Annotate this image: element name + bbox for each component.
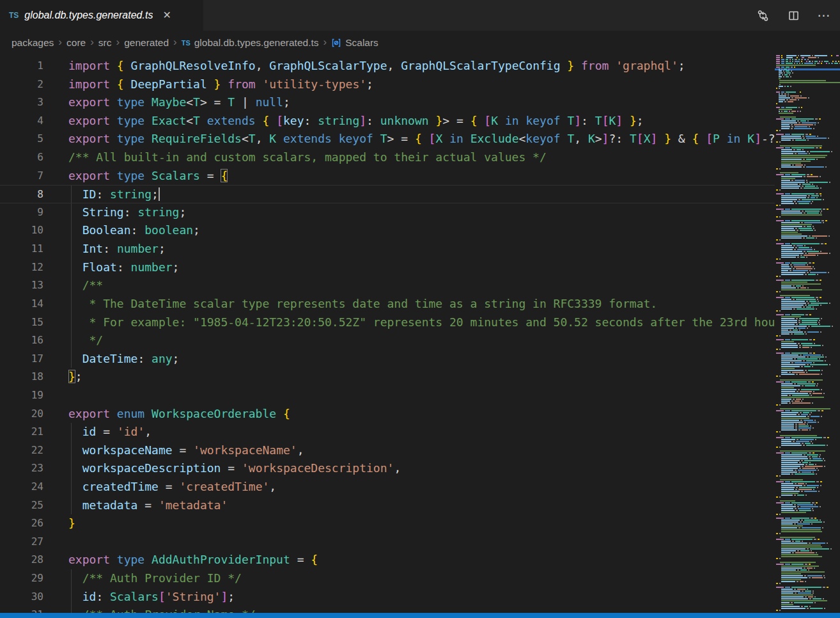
minimap-line [775, 164, 840, 166]
code-line[interactable]: 28export type AddAuthProviderInput = { [0, 551, 775, 569]
line-number[interactable]: 25 [0, 496, 43, 515]
line-number[interactable]: 20 [0, 405, 43, 424]
more-actions-icon[interactable]: ⋯ [817, 8, 831, 22]
line-number[interactable]: 30 [0, 588, 43, 606]
minimap-line [775, 366, 840, 367]
line-number[interactable]: 28 [0, 551, 43, 569]
open-changes-icon[interactable] [756, 8, 770, 22]
line-number[interactable]: 4 [0, 112, 43, 131]
code-line[interactable]: 16 */ [0, 331, 775, 350]
line-number[interactable]: 27 [0, 533, 43, 551]
code-line[interactable]: 30 id: Scalars['String']; [0, 588, 775, 606]
minimap-line [775, 328, 840, 329]
code-line[interactable]: 23 workspaceDescription = 'workspaceDesc… [0, 459, 775, 478]
minimap[interactable] [775, 55, 840, 613]
line-number[interactable]: 7 [0, 167, 43, 186]
breadcrumb-item-scalars[interactable]: Scalars [331, 37, 378, 49]
close-icon[interactable]: ✕ [162, 10, 171, 20]
code-line[interactable]: 9 String: string; [0, 203, 775, 222]
line-number[interactable]: 23 [0, 459, 43, 478]
breadcrumb-item-core[interactable]: core [66, 37, 86, 49]
line-number[interactable]: 8 [0, 186, 43, 204]
line-number[interactable]: 18 [0, 368, 43, 386]
code-line[interactable]: 1import { GraphQLResolveInfo, GraphQLSca… [0, 57, 775, 75]
line-number[interactable]: 24 [0, 478, 43, 496]
breadcrumb-item-global-db-types-generated-ts[interactable]: TSglobal.db.types.generated.ts [182, 37, 319, 49]
minimap-line [775, 395, 840, 396]
minimap-line [775, 583, 840, 584]
code-line[interactable]: 2import { DeepPartial } from 'utility-ty… [0, 75, 775, 94]
code-line[interactable]: 5export type RequireFields<T, K extends … [0, 130, 775, 148]
code-line[interactable]: 31 /** Auth Provider Name */ [0, 606, 775, 613]
minimap-line [775, 161, 840, 162]
minimap-line [775, 554, 840, 555]
minimap-line [775, 381, 840, 383]
code-line[interactable]: 6/** All built-in and custom scalars, ma… [0, 148, 775, 167]
minimap-line [775, 487, 840, 488]
minimap-line [775, 303, 840, 304]
code-line[interactable]: 22 workspaceName = 'workspaceName', [0, 441, 775, 460]
line-number[interactable]: 22 [0, 441, 43, 460]
code-line[interactable]: 4export type Exact<T extends { [key: str… [0, 112, 775, 131]
line-number[interactable]: 26 [0, 514, 43, 533]
code-line[interactable]: 3export type Maybe<T> = T | null; [0, 93, 775, 112]
breadcrumb-item-generated[interactable]: generated [124, 37, 169, 49]
minimap-line [775, 55, 840, 56]
minimap-line [775, 151, 840, 152]
code-line[interactable]: 15 * For example: "1985-04-12T23:20:50.5… [0, 313, 775, 332]
line-number[interactable]: 14 [0, 295, 43, 313]
code-line[interactable]: 21 id = 'id', [0, 423, 775, 441]
line-number[interactable]: 21 [0, 423, 43, 441]
line-number[interactable]: 16 [0, 331, 43, 350]
line-number[interactable]: 2 [0, 75, 43, 94]
minimap-line [775, 408, 840, 409]
line-number[interactable]: 12 [0, 258, 43, 277]
line-number[interactable]: 19 [0, 386, 43, 405]
minimap-line [775, 209, 840, 210]
line-number[interactable]: 13 [0, 276, 43, 295]
code-line[interactable]: 24 createdTime = 'createdTime', [0, 478, 775, 496]
code-line[interactable]: 27 [0, 533, 775, 551]
line-number[interactable]: 3 [0, 93, 43, 112]
code-area[interactable]: 1import { GraphQLResolveInfo, GraphQLSca… [0, 55, 775, 613]
minimap-line [775, 589, 840, 590]
code-line[interactable]: 7export type Scalars = { [0, 167, 775, 186]
code-line[interactable]: 13 /** [0, 276, 775, 295]
code-line[interactable]: 18}; [0, 368, 775, 386]
tab-bar: TS global.db.types.generated.ts ✕ ⋯ [0, 0, 840, 31]
line-number[interactable]: 15 [0, 313, 43, 332]
minimap-line [775, 95, 840, 97]
breadcrumb-item-src[interactable]: src [98, 37, 112, 49]
line-number[interactable]: 11 [0, 240, 43, 258]
minimap-line [775, 571, 840, 573]
line-number[interactable]: 5 [0, 130, 43, 148]
minimap-line [775, 207, 840, 208]
code-line[interactable]: 29 /** Auth Provider ID */ [0, 569, 775, 588]
code-line[interactable]: 17 DateTime: any; [0, 350, 775, 368]
line-number[interactable]: 1 [0, 57, 43, 75]
code-line[interactable]: 12 Float: number; [0, 258, 775, 277]
line-number[interactable]: 17 [0, 350, 43, 368]
line-number[interactable]: 9 [0, 203, 43, 222]
breadcrumb-item-packages[interactable]: packages [12, 37, 54, 49]
tab-global-db-types[interactable]: TS global.db.types.generated.ts ✕ [0, 0, 203, 31]
line-number[interactable]: 10 [0, 221, 43, 240]
minimap-line [775, 370, 840, 371]
code-line[interactable]: 20export enum WorkspaceOrderable { [0, 405, 775, 424]
code-line[interactable]: 14 * The DateTime scalar type represents… [0, 295, 775, 313]
code-line[interactable]: 25 metadata = 'metadata' [0, 496, 775, 515]
line-number[interactable]: 6 [0, 148, 43, 167]
minimap-line [775, 412, 840, 413]
minimap-line [775, 533, 840, 534]
code-line[interactable]: 8 ID: string; [0, 185, 775, 203]
line-number[interactable]: 29 [0, 569, 43, 588]
minimap-line [775, 420, 840, 421]
code-line[interactable]: 26} [0, 514, 775, 533]
code-line[interactable]: 19 [0, 386, 775, 405]
minimap-line [775, 418, 840, 419]
code-line[interactable]: 11 Int: number; [0, 240, 775, 258]
minimap-line [775, 400, 840, 402]
code-line[interactable]: 10 Boolean: boolean; [0, 221, 775, 240]
split-editor-icon[interactable] [786, 8, 800, 22]
line-number[interactable]: 31 [0, 606, 43, 613]
